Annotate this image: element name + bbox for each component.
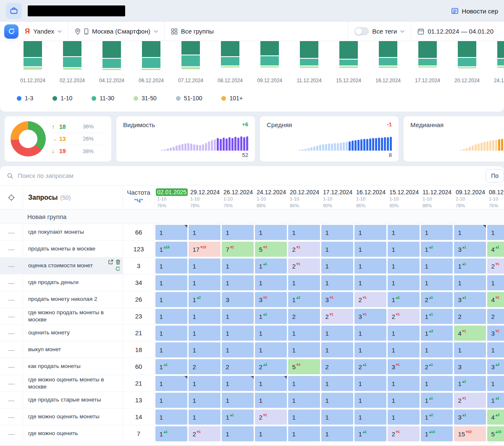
column-header-24.12.2024[interactable]: 24.12.20241-1088% bbox=[254, 185, 287, 209]
position-cell[interactable]: 1 bbox=[388, 409, 420, 425]
position-cell[interactable]: 1 bbox=[454, 342, 486, 357]
row-drag-handle[interactable]: — bbox=[0, 224, 23, 241]
position-cell[interactable]: 1 bbox=[255, 225, 287, 240]
position-cell[interactable]: 1 bbox=[155, 342, 187, 357]
position-cell[interactable]: 1 bbox=[288, 225, 320, 240]
query-cell[interactable]: где продать деньги bbox=[23, 274, 123, 291]
row-drag-handle[interactable]: — bbox=[0, 241, 23, 258]
legend-item-101+[interactable]: 101+ bbox=[221, 95, 243, 102]
position-cell[interactable]: 2 bbox=[487, 309, 504, 324]
row-drag-handle[interactable]: — bbox=[0, 258, 23, 274]
position-cell[interactable]: 1 bbox=[354, 393, 386, 408]
position-cell[interactable]: 17▾10 bbox=[189, 242, 220, 257]
position-cell[interactable]: 1 bbox=[189, 258, 220, 274]
position-cell[interactable]: 1 bbox=[454, 275, 486, 290]
position-cell[interactable]: 1 bbox=[354, 242, 386, 257]
position-cell[interactable]: 1 bbox=[354, 225, 386, 240]
position-cell[interactable]: 1 bbox=[288, 393, 320, 408]
query-cell[interactable]: где можно продать монеты в москве bbox=[23, 308, 123, 325]
position-cell[interactable]: 1▴1 bbox=[354, 426, 386, 441]
chart-bar[interactable] bbox=[142, 41, 160, 70]
position-cell[interactable]: 1 bbox=[388, 326, 420, 341]
position-cell[interactable]: 1 bbox=[255, 326, 287, 341]
position-cell[interactable]: 1 bbox=[222, 393, 254, 408]
row-drag-handle[interactable]: — bbox=[0, 375, 23, 392]
position-cell[interactable]: 5▴10 bbox=[487, 426, 504, 441]
position-cell[interactable]: 2▾1 bbox=[354, 292, 386, 307]
position-cell[interactable]: 3▾1 bbox=[388, 359, 420, 374]
delete-query-icon[interactable] bbox=[116, 259, 121, 265]
position-cell[interactable]: 1 bbox=[222, 426, 254, 441]
position-cell[interactable]: 1 bbox=[155, 275, 187, 290]
position-cell[interactable]: 1 bbox=[222, 258, 254, 274]
position-cell[interactable]: 1 bbox=[255, 393, 287, 408]
position-cell[interactable]: 2▴1 bbox=[421, 292, 453, 307]
row-drag-handle[interactable]: — bbox=[0, 308, 23, 325]
column-header-20.12.2024[interactable]: 20.12.20241-1086% bbox=[287, 185, 320, 209]
position-cell[interactable]: 1▴2 bbox=[421, 409, 453, 425]
position-cell[interactable]: 1 bbox=[155, 309, 187, 324]
position-cell[interactable]: 1▴1 bbox=[454, 376, 486, 391]
query-cell[interactable]: где можно оценить монеты в москве bbox=[23, 375, 123, 392]
query-cell[interactable]: продать монеты в москве bbox=[23, 241, 123, 258]
position-cell[interactable]: 1 bbox=[189, 309, 220, 324]
row-drag-handle[interactable]: — bbox=[0, 342, 23, 358]
position-cell[interactable]: 1 bbox=[255, 376, 287, 391]
position-cell[interactable]: 1 bbox=[189, 225, 220, 240]
position-cell[interactable]: 4▾2 bbox=[487, 292, 504, 307]
queries-column-header[interactable]: Запросы (50) bbox=[23, 185, 123, 209]
column-header-11.12.2024[interactable]: 11.12.20241-1088% bbox=[420, 185, 453, 209]
position-cell[interactable]: 1 bbox=[421, 275, 453, 290]
chart-bar[interactable] bbox=[339, 41, 358, 68]
positions-view-button[interactable]: По bbox=[486, 169, 504, 183]
position-cell[interactable]: 2▴1 bbox=[421, 359, 453, 374]
position-cell[interactable]: 1 bbox=[155, 258, 187, 274]
projects-icon[interactable] bbox=[6, 3, 22, 19]
refresh-query-icon[interactable] bbox=[115, 266, 121, 271]
position-cell[interactable]: 1▴3 bbox=[421, 326, 453, 341]
region-select[interactable]: Москва (Смартфон) bbox=[68, 22, 164, 41]
query-cell[interactable]: где можно оценить bbox=[23, 425, 123, 442]
chart-bar[interactable] bbox=[221, 41, 239, 68]
position-cell[interactable]: 1▴1 bbox=[255, 309, 287, 324]
row-drag-handle[interactable]: — bbox=[0, 274, 23, 291]
search-engine-select[interactable]: Я Yandex bbox=[18, 22, 68, 41]
position-cell[interactable]: 1 bbox=[354, 275, 386, 290]
position-cell[interactable]: 2▾1 bbox=[255, 409, 287, 425]
chart-bar[interactable] bbox=[458, 41, 476, 68]
position-cell[interactable]: 2▾1 bbox=[321, 309, 353, 324]
chart-bar[interactable] bbox=[260, 41, 279, 68]
position-cell[interactable]: 2 bbox=[222, 359, 254, 374]
position-cell[interactable]: 2▴3 bbox=[255, 359, 287, 374]
query-cell[interactable]: продать монету николая 2 bbox=[23, 291, 123, 308]
position-cell[interactable]: 1 bbox=[189, 376, 220, 391]
position-cell[interactable]: 1 bbox=[388, 275, 420, 290]
legend-item-11-30[interactable]: 11-30 bbox=[92, 95, 114, 102]
legend-item-1-3[interactable]: 1-3 bbox=[17, 95, 33, 102]
target-column-header[interactable] bbox=[0, 185, 23, 209]
position-cell[interactable]: 15▾10 bbox=[454, 426, 486, 441]
position-cell[interactable]: 1 bbox=[388, 225, 420, 240]
position-cell[interactable]: 2 bbox=[288, 309, 320, 324]
position-cell[interactable]: 1 bbox=[321, 426, 353, 441]
chart-bar[interactable] bbox=[63, 41, 81, 70]
position-cell[interactable]: 2▾1 bbox=[288, 242, 320, 257]
legend-item-1-10[interactable]: 1-10 bbox=[52, 95, 72, 102]
position-cell[interactable]: 1 bbox=[155, 376, 187, 391]
position-cell[interactable]: 1▴1 bbox=[155, 359, 187, 374]
position-cell[interactable]: 2▾1 bbox=[487, 258, 504, 274]
position-cell[interactable]: 1▴1 bbox=[454, 258, 486, 274]
row-drag-handle[interactable]: — bbox=[0, 392, 23, 409]
position-cell[interactable]: 1 bbox=[222, 309, 254, 324]
position-cell[interactable]: 1 bbox=[354, 342, 386, 357]
position-cell[interactable]: 2▾1 bbox=[454, 393, 486, 408]
position-cell[interactable]: 1 bbox=[321, 258, 353, 274]
position-cell[interactable]: 2▾1 bbox=[288, 258, 320, 274]
position-cell[interactable]: 2▾1 bbox=[189, 426, 220, 441]
row-drag-handle[interactable]: — bbox=[0, 409, 23, 425]
chart-bar[interactable] bbox=[24, 41, 42, 70]
position-cell[interactable]: 1▴16 bbox=[155, 242, 187, 257]
position-cell[interactable]: 1 bbox=[288, 275, 320, 290]
position-cell[interactable]: 1 bbox=[155, 292, 187, 307]
position-cell[interactable]: 1 bbox=[255, 426, 287, 441]
